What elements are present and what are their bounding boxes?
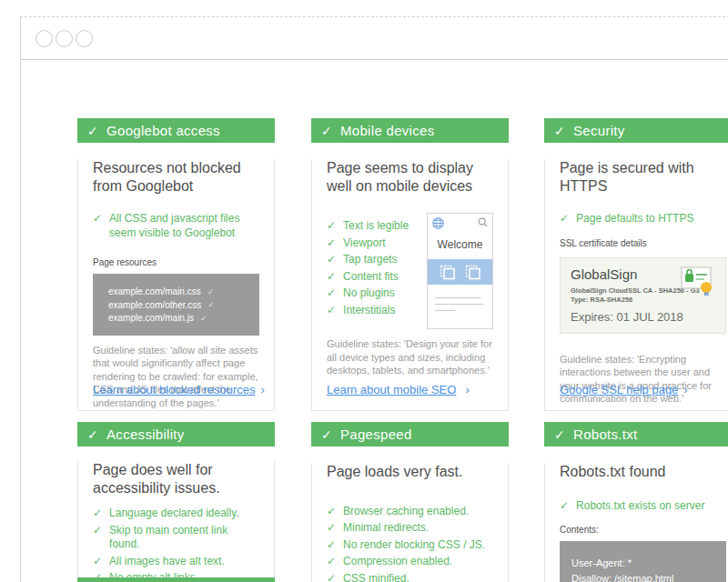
check-icon: ✓ [327,555,336,569]
check-icon: ✓ [327,286,336,301]
check-item: ✓ Robots.txt exists on server [560,499,726,514]
check-icon: ✓ [321,124,332,138]
check-icon: ✓ [321,427,332,442]
check-icon: ✓ [87,427,98,442]
card-robots-txt: ✓ Robots.txt Robots.txt found ✓ Robots.t… [544,422,728,582]
card-title: Resources not blocked from Googlebot [93,159,259,195]
resource-row: example.com/other.css ✓ [108,299,252,313]
chevron-right-icon: › [465,383,469,396]
browser-titlebar [21,17,728,60]
check-item: ✓ Page defaults to HTTPS [560,212,726,226]
chevron-right-icon: › [261,383,265,396]
check-item: ✓ All CSS and javascript files seem visi… [93,212,259,240]
check-item: ✓CSS minified. [327,572,493,582]
chevron-right-icon: › [683,383,687,396]
check-icon: ✓ [327,538,336,553]
card-title: Page is secured with HTTPS [560,159,726,195]
mobile-page-preview: Welcome [427,213,493,329]
mobile-check-section: ✓Text is legible ✓Viewport ✓Tap targets … [327,213,493,329]
learn-blocked-resources-link[interactable]: Learn about blocked resources› [93,383,265,396]
check-item: ✓Text is legible [327,219,427,234]
check-item: ✓Tap targets [327,253,427,267]
check-icon: ✓ [327,572,336,582]
next-card-header-peek [77,577,275,582]
check-item: ✓Minimal redirects. [327,521,493,536]
card-pagespeed: ✓ Pagespeed Page loads very fast. ✓Brows… [311,422,509,582]
ssl-certificate-label: SSL certificate details [560,238,726,248]
card-header-label: Mobile devices [340,123,434,138]
card-header-label: Accessibility [106,426,185,442]
check-icon: ✓ [560,499,569,514]
check-item: ✓No plugins [327,286,427,301]
guideline-text: Guideline states: 'Encrypting interactio… [560,353,726,406]
pagespeed-check-list: ✓Browser caching enabled. ✓Minimal redir… [327,505,493,582]
card-header: ✓ Robots.txt [544,422,728,447]
check-item: ✓All images have alt text. [93,555,259,569]
card-header-label: Googlebot access [106,123,220,138]
phone-welcome-text: Welcome [428,238,492,251]
card-title: Page seems to display well on mobile dev… [327,159,493,195]
check-icon: ✓ [327,304,336,318]
window-control-button-2[interactable] [56,30,73,47]
check-icon: ✓ [327,253,336,267]
stacked-pages-icon [465,265,481,280]
card-header: ✓ Accessibility [77,422,275,447]
card-title: Page does well for accessibility issues. [93,461,259,497]
card-mobile-devices: ✓ Mobile devices Page seems to display w… [311,118,509,411]
search-icon [478,217,488,227]
check-item: ✓Language declared ideally. [93,507,259,521]
card-title: Page loads very fast. [327,463,493,481]
card-header: ✓ Googlebot access [77,118,275,143]
phone-content-band [428,259,492,285]
card-googlebot-access: ✓ Googlebot access Resources not blocked… [77,118,275,411]
check-item: ✓Viewport [327,236,427,251]
robots-contents-box: User-Agent: * Disallow: /sitemap.html Di… [560,541,726,582]
guideline-text: Guideline states: 'Design your site for … [327,337,493,377]
ssl-certificate-box: GlobalSign GlobalSign CloudSSL CA - SHA2… [560,257,726,334]
resource-row: example.com/main.js ✓ [108,312,252,326]
card-title: Robots.txt found [560,463,726,481]
page-resources-label: Page resources [93,257,259,267]
check-icon: ✓ [560,212,569,226]
guideline-text: Guideline states: 'allow all site assets… [93,344,259,410]
check-item: ✓Interstitials [327,304,427,318]
check-icon: ✓ [93,212,102,240]
card-header: ✓ Pagespeed [311,422,509,447]
check-icon: ✓ [554,427,565,442]
check-item: ✓Compression enabled. [327,555,493,569]
check-icon: ✓ [327,505,336,519]
check-icon: ✓ [207,286,215,298]
card-header: ✓ Mobile devices [311,118,509,143]
check-icon: ✓ [207,299,215,311]
phone-text-placeholder [428,285,492,311]
mobile-check-list: ✓Text is legible ✓Viewport ✓Tap targets … [327,213,427,329]
card-header-label: Security [573,123,625,138]
certificate-expiry: Expires: 01 JUL 2018 [571,310,715,324]
resource-row: example.com/main.css ✓ [108,286,252,299]
check-icon: ✓ [93,524,102,552]
check-icon: ✓ [327,219,336,234]
page-resources-box: example.com/main.css ✓ example.com/other… [93,274,259,336]
window-control-button-3[interactable] [76,30,93,47]
window-control-button-1[interactable] [35,30,53,47]
card-header-label: Pagespeed [340,426,412,442]
check-icon: ✓ [327,521,336,536]
check-icon: ✓ [327,270,336,285]
check-item: ✓Content fits [327,270,427,285]
card-security: ✓ Security Page is secured with HTTPS ✓ … [544,118,728,411]
check-icon: ✓ [200,313,207,325]
accessibility-check-list: ✓Language declared ideally. ✓Skip to mai… [93,507,259,582]
check-item: ✓Skip to main content link found. [93,524,259,552]
card-accessibility: ✓ Accessibility Page does well for acces… [77,422,275,582]
check-icon: ✓ [327,236,336,251]
check-icon: ✓ [93,555,102,569]
contents-label: Contents: [560,525,726,535]
stacked-pages-icon [440,265,456,280]
learn-mobile-seo-link[interactable]: Learn about mobile SEO› [327,383,470,396]
globe-icon [432,217,444,229]
check-icon: ✓ [93,507,102,521]
check-item: ✓Browser caching enabled. [327,505,493,519]
card-header: ✓ Security [544,118,728,143]
certificate-award-icon [681,266,717,297]
google-ssl-help-link[interactable]: Google SSL help page› [560,383,688,396]
